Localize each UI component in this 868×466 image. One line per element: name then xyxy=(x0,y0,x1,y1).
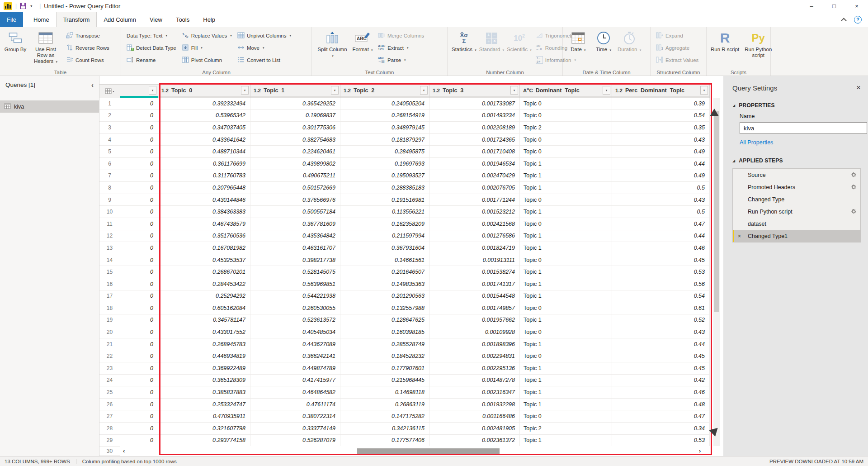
cell-perc[interactable]: 0.45 xyxy=(612,254,710,266)
cell-topic1[interactable]: 0.260530055 xyxy=(250,302,340,314)
save-icon[interactable] xyxy=(20,3,26,9)
cell-dom[interactable]: Topic 2 xyxy=(520,122,612,134)
cell-perc[interactable]: 0.39 xyxy=(612,98,710,110)
collapse-section-icon[interactable]: ◢ xyxy=(732,104,735,108)
cell-dom[interactable]: Topic 1 xyxy=(520,338,612,351)
cell-topic2[interactable]: 0.184528232 xyxy=(340,350,429,362)
cell-col0[interactable]: 0 xyxy=(120,386,158,399)
cell-topic3[interactable]: 0.001538274 xyxy=(429,266,520,278)
cell-topic0[interactable]: 0.25294292 xyxy=(158,290,250,303)
cell-topic0[interactable]: 0.345781147 xyxy=(158,314,250,327)
split-column-button[interactable]: Split Column ▾ xyxy=(315,29,350,59)
cell-perc[interactable]: 0.45 xyxy=(612,350,710,362)
cell-topic1[interactable]: 0.224620461 xyxy=(250,146,340,158)
cell-topic3[interactable]: 0.00109928 xyxy=(429,326,520,338)
cell-topic2[interactable]: 0.177907601 xyxy=(340,362,429,375)
cell-col0[interactable]: 0 xyxy=(120,134,158,146)
cell-topic3[interactable]: 0.002208189 xyxy=(429,122,520,134)
applied-step-promoted-headers[interactable]: Promoted Headers xyxy=(733,181,860,193)
cell-topic3[interactable]: 0.001733087 xyxy=(429,98,520,110)
cell-topic0[interactable]: 0.384363383 xyxy=(158,206,250,218)
cell-topic1[interactable]: 0.366242141 xyxy=(250,350,340,362)
cell-col0[interactable]: 0 xyxy=(120,266,158,278)
cell-topic3[interactable]: 0.002316347 xyxy=(429,386,520,399)
cell-topic3[interactable]: 0.001749857 xyxy=(429,302,520,314)
tab-transform[interactable]: Transform xyxy=(56,12,97,27)
row-number[interactable]: 27 xyxy=(99,410,120,423)
cell-topic0[interactable]: 0.369922489 xyxy=(158,362,250,375)
column-header-perc-dominant-topic[interactable]: 1.2Perc_Dominant_Topic▾ xyxy=(612,84,710,98)
row-number[interactable]: 13 xyxy=(99,242,120,254)
scroll-right-icon[interactable]: › xyxy=(699,447,701,454)
row-number[interactable]: 7 xyxy=(99,170,120,182)
column-header-unnamed[interactable]: ▾ xyxy=(120,84,158,98)
cell-topic1[interactable]: 0.449874789 xyxy=(250,362,340,375)
cell-col0[interactable]: 0 xyxy=(120,423,158,435)
cell-topic1[interactable]: 0.563969851 xyxy=(250,278,340,290)
parse-button[interactable]: abc→▤Parse▾ xyxy=(377,54,425,66)
cell-topic1[interactable]: 0.301775306 xyxy=(250,122,340,134)
row-number[interactable]: 15 xyxy=(99,266,120,278)
cell-col0[interactable]: 0 xyxy=(120,182,158,194)
use-first-row-as-headers-button[interactable]: Use First Row as Headers ▾ xyxy=(28,29,63,65)
row-number[interactable]: 3 xyxy=(99,122,120,134)
cell-dom[interactable]: Topic 1 xyxy=(520,290,612,303)
row-number[interactable]: 21 xyxy=(99,338,120,351)
cell-topic3[interactable]: 0.001741317 xyxy=(429,278,520,290)
help-icon[interactable]: ? xyxy=(854,16,862,24)
cell-perc[interactable]: 0.53 xyxy=(612,266,710,278)
cell-perc[interactable]: 0.43 xyxy=(612,134,710,146)
applied-step-changed-type1[interactable]: ×Changed Type1 xyxy=(733,230,860,242)
row-number[interactable]: 19 xyxy=(99,314,120,327)
cell-perc[interactable]: 0.44 xyxy=(612,158,710,170)
query-name-field[interactable] xyxy=(740,122,867,134)
cell-perc[interactable]: 0.47 xyxy=(612,218,710,230)
cell-topic1[interactable]: 0.501572669 xyxy=(250,182,340,194)
duration-button[interactable]: Duration ▾ xyxy=(616,29,642,53)
cell-topic3[interactable]: 0.001276586 xyxy=(429,230,520,243)
cell-perc[interactable]: 0.52 xyxy=(612,314,710,327)
cell-topic0[interactable]: 0.430144846 xyxy=(158,194,250,206)
cell-topic2[interactable]: 0.147175282 xyxy=(340,410,429,423)
applied-step-source[interactable]: Source xyxy=(733,169,860,181)
cell-perc[interactable]: 0.43 xyxy=(612,326,710,338)
cell-dom[interactable]: Topic 1 xyxy=(520,266,612,278)
cell-topic1[interactable]: 0.435364842 xyxy=(250,230,340,243)
applied-steps-section-header[interactable]: ◢ APPLIED STEPS xyxy=(732,157,861,164)
cell-topic2[interactable]: 0.285528749 xyxy=(340,338,429,351)
cell-perc[interactable]: 0.5 xyxy=(612,206,710,218)
cell-topic1[interactable]: 0.19069837 xyxy=(250,110,340,122)
filter-button[interactable]: ▾ xyxy=(510,86,518,95)
row-number[interactable]: 25 xyxy=(99,386,120,399)
cell-topic1[interactable]: 0.500557184 xyxy=(250,206,340,218)
cell-perc[interactable]: 0.49 xyxy=(612,170,710,182)
query-item-kiva[interactable]: kiva xyxy=(0,100,99,113)
cell-dom[interactable]: Topic 0 xyxy=(520,254,612,266)
cell-topic2[interactable]: 0.201646507 xyxy=(340,266,429,278)
cell-topic3[interactable]: 0.001487278 xyxy=(429,375,520,387)
cell-dom[interactable]: Topic 0 xyxy=(520,326,612,338)
cell-topic2[interactable]: 0.26863119 xyxy=(340,399,429,411)
row-number[interactable]: 17 xyxy=(99,290,120,303)
tab-help[interactable]: Help xyxy=(196,12,222,27)
cell-col0[interactable]: 0 xyxy=(120,362,158,375)
cell-dom[interactable]: Topic 1 xyxy=(520,399,612,411)
cell-col0[interactable]: 0 xyxy=(120,350,158,362)
cell-perc[interactable]: 0.35 xyxy=(612,122,710,134)
vertical-scrollbar[interactable] xyxy=(713,98,720,446)
cell-dom[interactable]: Topic 2 xyxy=(520,423,612,435)
cell-topic1[interactable]: 0.382754683 xyxy=(250,134,340,146)
cell-dom[interactable]: Topic 1 xyxy=(520,206,612,218)
cell-topic1[interactable]: 0.333774149 xyxy=(250,423,340,435)
cell-dom[interactable]: Topic 1 xyxy=(520,230,612,243)
cell-perc[interactable]: 0.5 xyxy=(612,182,710,194)
step-settings-gear-icon[interactable] xyxy=(851,184,857,191)
cell-dom[interactable]: Topic 1 xyxy=(520,386,612,399)
convert-to-list-button[interactable]: Convert to List xyxy=(236,54,292,66)
cell-topic2[interactable]: 0.149835363 xyxy=(340,278,429,290)
cell-topic1[interactable]: 0.376566976 xyxy=(250,194,340,206)
row-number[interactable]: 14 xyxy=(99,254,120,266)
step-settings-gear-icon[interactable] xyxy=(851,172,857,179)
cell-perc[interactable]: 0.53 xyxy=(612,435,710,447)
cell-topic3[interactable]: 0.001898396 xyxy=(429,338,520,351)
